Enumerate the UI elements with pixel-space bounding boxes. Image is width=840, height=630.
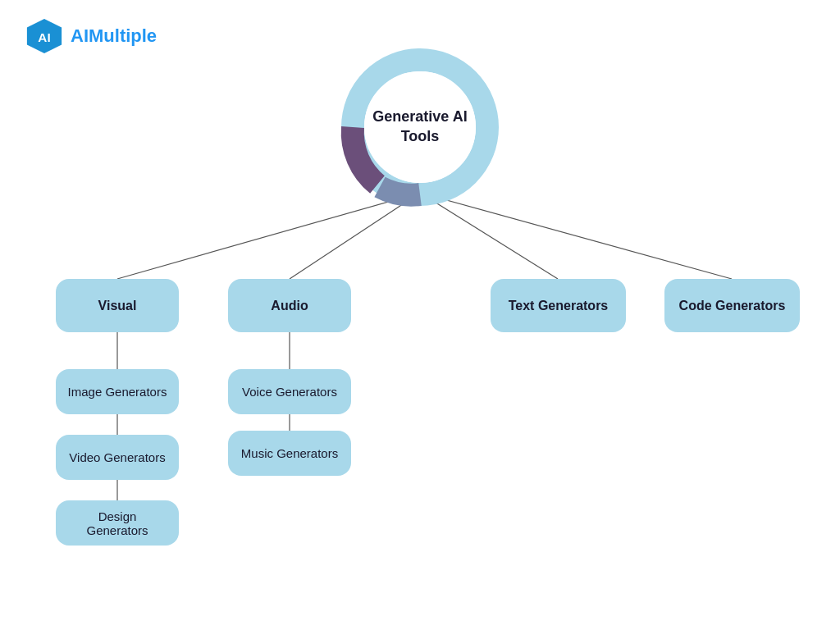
node-image-generators: Image Generators bbox=[56, 369, 179, 414]
line-center-code bbox=[420, 193, 732, 279]
node-visual: Visual bbox=[56, 279, 179, 332]
line-center-visual bbox=[117, 193, 420, 279]
center-text-line1: Generative AI bbox=[372, 108, 467, 125]
line-center-text bbox=[420, 193, 558, 279]
node-video-generators: Video Generators bbox=[56, 435, 179, 480]
node-text-generators: Text Generators bbox=[491, 279, 626, 332]
node-design-generators: Design Generators bbox=[56, 500, 179, 546]
node-music-generators: Music Generators bbox=[228, 431, 351, 476]
node-audio: Audio bbox=[228, 279, 351, 332]
ring-dark-blue bbox=[380, 187, 420, 195]
node-voice-generators: Voice Generators bbox=[228, 369, 351, 414]
node-code-generators: Code Generators bbox=[664, 279, 800, 332]
ring-inner bbox=[364, 71, 476, 183]
center-text-line2: Tools bbox=[401, 128, 440, 144]
